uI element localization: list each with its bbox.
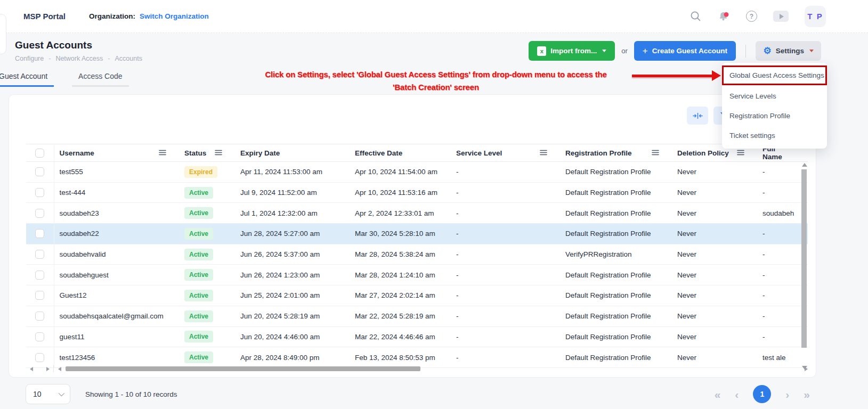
column-header-effective-date[interactable]: Effective Date xyxy=(350,144,451,162)
table-row[interactable]: Guest12ActiveJun 25, 2024 2:01:00 amMar … xyxy=(26,285,808,306)
table-row[interactable]: guest11ActiveJun 20, 2024 4:46:00 amMar … xyxy=(26,326,808,347)
tab-guest-account[interactable]: Guest Account xyxy=(0,68,54,87)
sidebar-edge xyxy=(0,14,6,54)
row-checkbox[interactable] xyxy=(35,250,44,259)
cell-select xyxy=(26,244,54,265)
column-menu-icon[interactable] xyxy=(652,149,659,157)
collapse-columns-icon[interactable] xyxy=(687,107,708,125)
cell-deletion-policy: Never xyxy=(672,162,757,183)
column-header-registration-profile[interactable]: Registration Profile xyxy=(560,144,672,162)
help-icon[interactable]: ? xyxy=(746,11,757,22)
first-page-icon[interactable]: « xyxy=(715,389,721,400)
table-row[interactable]: soudabehvalidActiveJun 26, 2024 5:37:00 … xyxy=(26,244,808,265)
cell-registration-profile: Default Registration Profile xyxy=(560,203,672,224)
cell-status: Active xyxy=(179,244,235,265)
status-badge: Active xyxy=(184,228,213,240)
vertical-scrollbar[interactable] xyxy=(801,163,807,370)
row-checkbox[interactable] xyxy=(35,229,44,238)
row-checkbox[interactable] xyxy=(35,209,44,218)
table-row[interactable]: soudabehguestActiveJun 26, 2024 1:23:00 … xyxy=(26,265,808,285)
create-guest-account-label: Create Guest Account xyxy=(652,47,727,55)
breadcrumb-item-configure[interactable]: Configure xyxy=(15,55,44,62)
cell-effective-date: Mar 28, 2024 5:38:24 am xyxy=(350,244,451,265)
cell-username: test123456 xyxy=(54,347,179,368)
dropdown-item-service-levels[interactable]: Service Levels xyxy=(722,86,827,106)
scroll-right-icon[interactable] xyxy=(46,367,50,371)
last-page-icon[interactable]: » xyxy=(804,389,810,400)
import-from-label: Import from... xyxy=(550,47,597,55)
cell-registration-profile: VerifyPRRegistration xyxy=(560,244,672,265)
dropdown-item-registration-profile[interactable]: Registration Profile xyxy=(722,106,827,126)
row-checkbox[interactable] xyxy=(35,312,44,321)
cell-deletion-policy: Never xyxy=(672,347,757,368)
row-checkbox[interactable] xyxy=(35,353,44,362)
cell-expiry-date: Jun 20, 2024 4:46:00 am xyxy=(235,326,350,347)
scroll-left-icon[interactable] xyxy=(58,367,61,371)
switch-organization-link[interactable]: Switch Organization xyxy=(140,12,209,20)
scroll-down-icon[interactable] xyxy=(802,366,807,370)
breadcrumb-item-accounts[interactable]: Accounts xyxy=(115,55,142,62)
row-checkbox[interactable] xyxy=(35,332,44,341)
search-icon[interactable] xyxy=(690,11,701,22)
gear-icon: ⚙ xyxy=(763,46,771,55)
cell-service-level: - xyxy=(451,162,560,183)
column-menu-icon[interactable] xyxy=(159,149,166,157)
column-header-status[interactable]: Status xyxy=(179,144,235,162)
video-tutorial-icon[interactable] xyxy=(773,11,789,22)
cell-username: soudabehvalid xyxy=(54,244,179,265)
table-row[interactable]: soudabehsqaalcatel@gmail.comActiveJun 20… xyxy=(26,306,808,326)
column-header-expiry-date[interactable]: Expiry Date xyxy=(235,144,350,162)
cell-effective-date: Mar 27, 2024 2:02:14 am xyxy=(350,285,451,306)
select-all-checkbox[interactable] xyxy=(35,149,44,158)
settings-button[interactable]: ⚙ Settings xyxy=(756,41,821,61)
avatar[interactable]: T P xyxy=(805,6,826,27)
current-page-button[interactable]: 1 xyxy=(753,385,771,403)
vertical-scrollbar-thumb[interactable] xyxy=(801,169,807,348)
status-badge: Active xyxy=(184,207,213,219)
settings-label: Settings xyxy=(776,47,804,55)
question-mark-glyph: ? xyxy=(746,11,757,22)
cell-service-level: - xyxy=(451,224,560,244)
page-size-select[interactable]: 10 xyxy=(26,384,70,404)
column-menu-icon[interactable] xyxy=(737,149,744,157)
column-menu-icon[interactable] xyxy=(540,149,547,157)
row-checkbox[interactable] xyxy=(35,167,44,176)
scroll-left-icon[interactable] xyxy=(30,367,33,371)
table-row[interactable]: soudabeh22ActiveJun 28, 2024 5:27:00 amM… xyxy=(26,224,808,244)
tab-access-code[interactable]: Access Code xyxy=(72,68,128,87)
cell-effective-date: Apr 10, 2024 11:54:00 am xyxy=(350,162,451,183)
frozen-column-scroll[interactable] xyxy=(26,365,54,372)
breadcrumb-item-network-access[interactable]: Network Access xyxy=(55,55,103,62)
column-header-username[interactable]: Username xyxy=(54,144,179,162)
dropdown-item-ticket-settings[interactable]: Ticket settings xyxy=(722,126,827,145)
cell-effective-date: Mar 22, 2024 5:28:19 am xyxy=(350,306,451,326)
cell-status: Active xyxy=(179,326,235,347)
table-row[interactable]: test555ExpiredApr 11, 2024 11:53:00 amAp… xyxy=(26,162,808,183)
next-page-icon[interactable]: › xyxy=(785,389,789,400)
column-header-service-level[interactable]: Service Level xyxy=(451,144,560,162)
horizontal-scrollbar[interactable] xyxy=(26,365,808,372)
table-row[interactable]: test123456ActiveApr 28, 2024 8:49:00 pmF… xyxy=(26,347,808,368)
row-checkbox[interactable] xyxy=(35,188,44,197)
scroll-up-icon[interactable] xyxy=(802,163,807,167)
import-from-button[interactable]: x Import from... xyxy=(529,41,615,61)
cell-service-level: - xyxy=(451,326,560,347)
horizontal-scrollbar-thumb[interactable] xyxy=(66,366,420,371)
column-menu-icon[interactable] xyxy=(215,149,222,157)
cell-status: Active xyxy=(179,203,235,224)
create-guest-account-button[interactable]: + Create Guest Account xyxy=(634,41,736,61)
cell-registration-profile: Default Registration Profile xyxy=(560,326,672,347)
page-size-value: 10 xyxy=(33,390,42,398)
divider xyxy=(745,45,747,58)
cell-effective-date: Mar 22, 2024 4:46:46 am xyxy=(350,326,451,347)
row-checkbox[interactable] xyxy=(35,271,44,280)
row-checkbox[interactable] xyxy=(35,291,44,300)
notification-bell-icon[interactable] xyxy=(717,10,730,23)
table-row[interactable]: soudabeh23ActiveJul 1, 2024 12:32:00 amA… xyxy=(26,203,808,224)
table-row[interactable]: test-444ActiveJul 9, 2024 11:52:00 amApr… xyxy=(26,182,808,203)
pagination: « ‹ 1 › » xyxy=(715,385,811,403)
prev-page-icon[interactable]: ‹ xyxy=(735,389,739,400)
cell-select xyxy=(26,265,54,285)
column-label: Effective Date xyxy=(355,149,402,157)
dropdown-item-global-guest-access-settings[interactable]: Global Guest Access Settings xyxy=(722,66,827,85)
